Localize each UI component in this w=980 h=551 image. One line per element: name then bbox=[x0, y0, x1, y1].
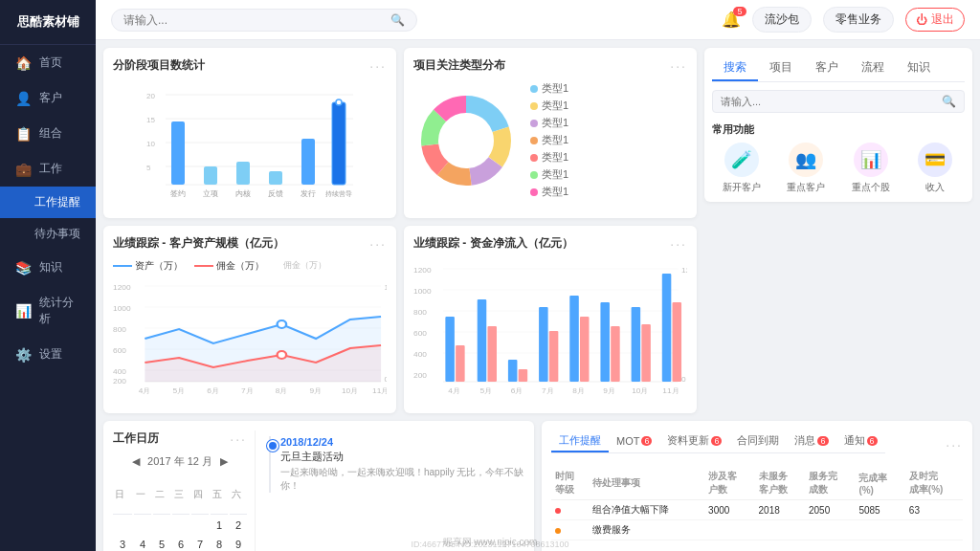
line-commission-color bbox=[194, 265, 213, 267]
notification-bell[interactable]: 🔔 5 bbox=[722, 11, 741, 29]
cal-prev[interactable]: ◀ bbox=[132, 455, 140, 468]
cal-day-header: 四 bbox=[191, 474, 209, 515]
cal-day[interactable]: 2 bbox=[230, 517, 247, 534]
reminder-tabs: 工作提醒 MOT 6 资料更新 6 合同到期 消息 6 通知 6 bbox=[551, 430, 885, 453]
func-income[interactable]: 💳 收入 bbox=[906, 143, 966, 194]
sidebar-item-stats[interactable]: 📊 统计分析 bbox=[0, 285, 96, 337]
tab-project[interactable]: 项目 bbox=[758, 55, 804, 81]
tab-client[interactable]: 客户 bbox=[804, 55, 850, 81]
func-new-client[interactable]: 🧪 新开客户 bbox=[712, 143, 771, 194]
cal-day-header: 日 bbox=[113, 474, 132, 515]
cal-day-header: 一 bbox=[134, 474, 151, 515]
rtab-work[interactable]: 工作提醒 bbox=[551, 430, 609, 452]
svg-text:20: 20 bbox=[146, 92, 155, 100]
perf-cashflow-more[interactable]: ··· bbox=[670, 236, 687, 252]
bot-row: 工作日历 ··· ◀ 2017 年 12 月 ▶ 日一二三四五六12345678… bbox=[103, 421, 972, 551]
reminder-table-header: 时间等级 待处理事项 涉及客户数 未服务客户数 服务完成数 完成率(%) 及时完… bbox=[551, 467, 963, 500]
sidebar-label-combo: 组合 bbox=[39, 125, 62, 142]
cal-day[interactable]: 9 bbox=[230, 536, 247, 551]
svg-rect-76 bbox=[641, 324, 651, 382]
perf-cashflow-header: 业绩跟踪 - 资金净流入（亿元） ··· bbox=[413, 235, 687, 252]
rtab-data[interactable]: 资料更新 6 bbox=[659, 430, 729, 452]
project-type-card: 项目关注类型分布 ··· bbox=[404, 48, 697, 218]
th-done: 服务完成数 bbox=[805, 467, 855, 500]
sidebar-item-settings[interactable]: ⚙️ 设置 bbox=[0, 337, 96, 372]
project-stats-card: 分阶段项目数统计 ··· 20 15 10 5 bbox=[103, 48, 396, 218]
svg-rect-69 bbox=[539, 307, 548, 382]
rtab-contract[interactable]: 合同到期 bbox=[729, 430, 787, 452]
data-badge: 6 bbox=[711, 436, 722, 446]
sidebar-item-home[interactable]: 🏠 首页 bbox=[0, 45, 96, 80]
cal-nav: ◀ 2017 年 12 月 ▶ bbox=[113, 454, 247, 469]
project-stats-title: 分阶段项目数统计 bbox=[113, 57, 205, 74]
sidebar-item-workreminder[interactable]: 工作提醒 bbox=[0, 187, 96, 218]
project-type-more[interactable]: ··· bbox=[670, 58, 687, 74]
perf-assets-more[interactable]: ··· bbox=[369, 236, 387, 252]
sidebar-label-knowledge: 知识 bbox=[39, 259, 62, 276]
logout-button[interactable]: ⏻ 退出 bbox=[905, 8, 965, 32]
calendar-card: 工作日历 ··· ◀ 2017 年 12 月 ▶ 日一二三四五六12345678… bbox=[103, 421, 534, 551]
project-stats-more[interactable]: ··· bbox=[369, 58, 387, 74]
rtab-mot[interactable]: MOT 6 bbox=[609, 430, 659, 452]
panel-search-bar[interactable]: 🔍 bbox=[712, 90, 965, 113]
svg-rect-78 bbox=[673, 302, 682, 382]
cal-day[interactable]: 6 bbox=[172, 536, 189, 551]
cal-next[interactable]: ▶ bbox=[220, 455, 228, 468]
tab-knowledge[interactable]: 知识 bbox=[896, 55, 942, 81]
func-label-keyclient: 重点客户 bbox=[787, 181, 825, 194]
notice-badge: 6 bbox=[867, 436, 878, 446]
svg-text:0: 0 bbox=[681, 376, 686, 384]
panel-search-input[interactable] bbox=[721, 96, 936, 107]
sidebar-item-work[interactable]: 💼 工作 bbox=[0, 151, 96, 187]
legend-item-6: 类型1 bbox=[530, 185, 568, 199]
client-icon: 👤 bbox=[15, 91, 32, 106]
sidebar-label-settings: 设置 bbox=[39, 346, 62, 363]
event-date-0: 2018/12/24 bbox=[280, 436, 524, 448]
svg-text:5月: 5月 bbox=[172, 387, 185, 395]
sidebar-item-client[interactable]: 👤 客户 bbox=[0, 80, 96, 116]
rtab-message[interactable]: 消息 6 bbox=[787, 430, 835, 452]
row0-timerate: 63 bbox=[905, 500, 963, 520]
sidebar-item-todo[interactable]: 待办事项 bbox=[0, 218, 96, 250]
sidebar-label-workreminder: 工作提醒 bbox=[34, 195, 80, 209]
cal-day[interactable]: 5 bbox=[153, 536, 170, 551]
row0-unserved: 2018 bbox=[755, 500, 805, 520]
event-timeline: 2018/12/24 元旦主题活动 一起来嗨哈呦，一起来嗨欢迎哦！happily… bbox=[269, 436, 524, 493]
sidebar: 思酷素材铺 🏠 首页 👤 客户 📋 组合 💼 工作 工作提醒 待办事项 📚 知识 bbox=[0, 0, 96, 551]
reminder-more[interactable]: ··· bbox=[946, 437, 963, 452]
header-search[interactable]: 🔍 bbox=[111, 9, 417, 32]
legend-item-2: 类型1 bbox=[530, 116, 568, 130]
sidebar-item-combo[interactable]: 📋 组合 bbox=[0, 116, 96, 151]
func-key-client[interactable]: 👥 重点客户 bbox=[777, 143, 836, 194]
project-stats-chart: 20 15 10 5 签约 bbox=[113, 81, 387, 209]
calendar-more[interactable]: ··· bbox=[230, 431, 247, 447]
cal-day[interactable]: 1 bbox=[211, 517, 228, 534]
donut-legend: 类型1 类型1 类型1 类型1 bbox=[530, 81, 568, 199]
svg-text:1000: 1000 bbox=[113, 305, 131, 313]
svg-text:5: 5 bbox=[146, 164, 151, 172]
legend-dot-1 bbox=[530, 102, 538, 110]
sidebar-item-knowledge[interactable]: 📚 知识 bbox=[0, 250, 96, 285]
cal-empty bbox=[153, 517, 170, 534]
tab-search[interactable]: 搜索 bbox=[712, 55, 758, 81]
tab-flow[interactable]: 流程 bbox=[850, 55, 896, 81]
cal-day[interactable]: 7 bbox=[191, 536, 209, 551]
perf-cashflow-card: 业绩跟踪 - 资金净流入（亿元） ··· 1200 1000 800 600 4… bbox=[404, 226, 697, 413]
th-level: 时间等级 bbox=[551, 467, 589, 500]
rtab-notice[interactable]: 通知 6 bbox=[836, 430, 885, 452]
func-key-stock[interactable]: 📊 重点个股 bbox=[841, 143, 901, 194]
svg-text:0: 0 bbox=[385, 376, 387, 384]
bag-button[interactable]: 流沙包 bbox=[752, 7, 812, 33]
business-button[interactable]: 零售业务 bbox=[823, 7, 894, 33]
svg-text:6月: 6月 bbox=[511, 387, 523, 395]
header-search-input[interactable] bbox=[123, 13, 385, 27]
bar-6 bbox=[332, 102, 345, 185]
svg-rect-63 bbox=[445, 317, 455, 382]
cal-day[interactable]: 4 bbox=[134, 536, 151, 551]
cal-day[interactable]: 3 bbox=[113, 536, 132, 551]
bar-5 bbox=[301, 139, 315, 185]
row1-level bbox=[551, 520, 589, 540]
stats-icon: 📊 bbox=[15, 303, 32, 319]
svg-text:800: 800 bbox=[413, 309, 427, 317]
cal-day[interactable]: 8 bbox=[211, 536, 228, 551]
